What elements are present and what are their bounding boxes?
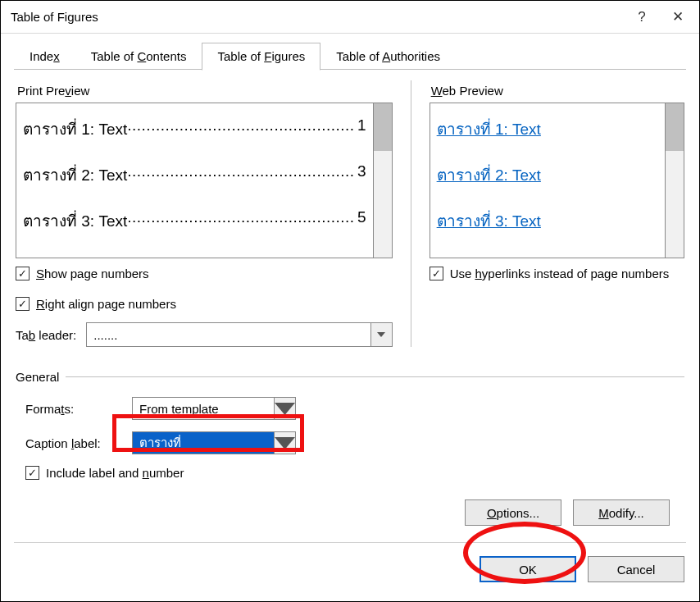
formats-select[interactable]: From template	[132, 397, 296, 420]
close-button[interactable]: ✕	[660, 2, 696, 32]
print-preview-box: ตารางที่ 1: Text .......................…	[16, 103, 373, 258]
panel-body: Print Preview ตารางที่ 1: Text .........…	[1, 71, 699, 526]
modify-button[interactable]: Modify...	[573, 499, 670, 526]
web-link-2: ตารางที่ 2: Text	[437, 162, 658, 187]
chevron-down-icon	[274, 398, 295, 419]
scrollbar-thumb[interactable]	[374, 103, 392, 151]
right-align-checkbox[interactable]: ✓	[16, 297, 30, 311]
chevron-down-icon	[370, 323, 392, 346]
tab-table-of-authorities[interactable]: Table of Authorities	[320, 43, 456, 71]
caption-label-label: Caption label:	[25, 436, 132, 450]
web-preview-label: Web Preview	[431, 84, 684, 98]
tab-leader-label: Tab leader:	[16, 328, 76, 342]
scrollbar-track	[374, 151, 392, 258]
tabstrip: Index Table of Contents Table of Figures…	[1, 34, 699, 70]
tab-index[interactable]: Index	[14, 43, 75, 71]
show-page-numbers-label: Show page numbers	[36, 267, 149, 280]
include-label-number-row: ✓ Include label and number	[25, 466, 684, 480]
scrollbar-track	[666, 151, 684, 258]
web-link-3: ตารางที่ 3: Text	[437, 208, 658, 233]
footer-divider	[14, 542, 686, 543]
titlebar: Table of Figures ? ✕	[1, 1, 699, 34]
help-button[interactable]: ?	[624, 2, 660, 32]
left-column: Print Preview ตารางที่ 1: Text .........…	[16, 80, 393, 347]
general-line	[66, 376, 684, 377]
cancel-button[interactable]: Cancel	[588, 556, 684, 582]
scrollbar-thumb[interactable]	[666, 103, 684, 151]
web-preview-scrollbar[interactable]	[665, 103, 684, 258]
dialog-title: Table of Figures	[11, 10, 624, 24]
preview-line-1: ตารางที่ 1: Text .......................…	[23, 116, 366, 141]
use-hyperlinks-checkbox[interactable]: ✓	[430, 267, 443, 280]
column-divider	[411, 80, 411, 347]
print-preview-label: Print Preview	[17, 84, 393, 98]
tab-leader-select[interactable]: .......	[86, 322, 392, 347]
right-column: Web Preview ตารางที่ 1: Text ตารางที่ 2:…	[430, 80, 684, 347]
chevron-down-icon	[274, 432, 295, 454]
options-button[interactable]: Options...	[465, 499, 561, 526]
options-modify-row: Options... Modify...	[16, 499, 684, 526]
include-label-number-checkbox[interactable]: ✓	[25, 466, 39, 480]
ok-cancel-row: OK Cancel	[1, 556, 699, 582]
general-label: General	[16, 370, 59, 384]
tab-underline	[14, 69, 686, 70]
tab-leader-row: Tab leader: .......	[16, 322, 393, 347]
formats-label: Formats:	[25, 402, 132, 416]
preview-line-2: ตารางที่ 2: Text .......................…	[23, 162, 366, 187]
right-align-label: Right align page numbers	[36, 297, 176, 311]
preview-line-3: ตารางที่ 3: Text .......................…	[23, 208, 366, 233]
print-preview-scrollbar[interactable]	[373, 103, 393, 258]
right-align-row: ✓ Right align page numbers	[16, 297, 393, 311]
ok-button[interactable]: OK	[480, 556, 576, 582]
show-page-numbers-row: ✓ Show page numbers	[16, 267, 393, 280]
general-group-header: General	[16, 370, 684, 384]
web-preview-box: ตารางที่ 1: Text ตารางที่ 2: Text ตารางท…	[430, 103, 665, 258]
include-label-number-label: Include label and number	[46, 466, 184, 480]
use-hyperlinks-label: Use hyperlinks instead of page numbers	[450, 267, 670, 280]
tab-table-of-figures[interactable]: Table of Figures	[202, 43, 320, 71]
web-link-1: ตารางที่ 1: Text	[437, 116, 658, 141]
use-hyperlinks-row: ✓ Use hyperlinks instead of page numbers	[430, 267, 684, 280]
tab-table-of-contents[interactable]: Table of Contents	[75, 43, 202, 71]
show-page-numbers-checkbox[interactable]: ✓	[16, 267, 30, 280]
caption-label-select[interactable]: ตารางที่	[132, 431, 296, 454]
